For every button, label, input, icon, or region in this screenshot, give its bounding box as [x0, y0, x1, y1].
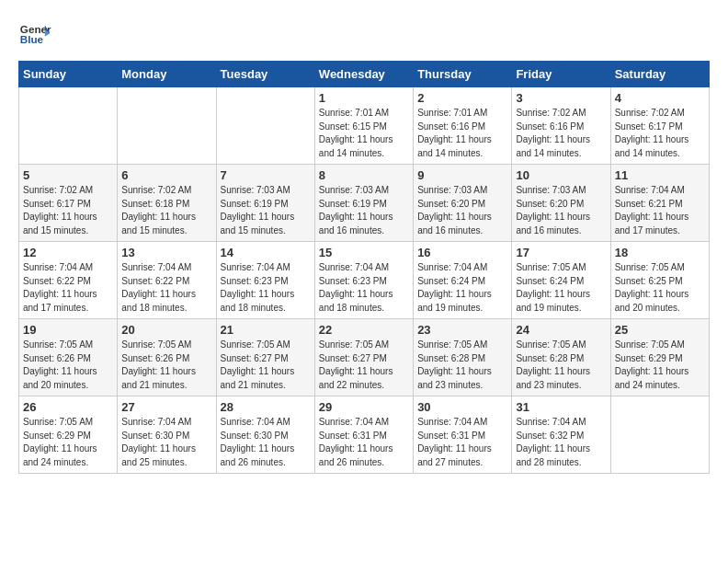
weekday-header: Wednesday — [314, 62, 413, 87]
calendar-cell: 18Sunrise: 7:05 AM Sunset: 6:25 PM Dayli… — [610, 242, 709, 319]
day-number: 14 — [221, 246, 311, 259]
day-info: Sunrise: 7:05 AM Sunset: 6:24 PM Dayligh… — [516, 261, 606, 315]
day-number: 27 — [121, 400, 211, 414]
calendar-cell — [216, 87, 314, 165]
calendar-cell: 5Sunrise: 7:02 AM Sunset: 6:17 PM Daylig… — [19, 165, 118, 242]
calendar-cell: 21Sunrise: 7:05 AM Sunset: 6:27 PM Dayli… — [216, 319, 314, 396]
weekday-header-row: SundayMondayTuesdayWednesdayThursdayFrid… — [19, 62, 710, 87]
calendar-cell: 6Sunrise: 7:02 AM Sunset: 6:18 PM Daylig… — [118, 165, 216, 242]
day-number: 28 — [221, 400, 311, 414]
day-number: 30 — [417, 400, 507, 414]
day-info: Sunrise: 7:05 AM Sunset: 6:27 PM Dayligh… — [221, 339, 311, 392]
day-info: Sunrise: 7:04 AM Sunset: 6:23 PM Dayligh… — [221, 261, 311, 315]
day-number: 6 — [121, 168, 211, 182]
day-info: Sunrise: 7:04 AM Sunset: 6:31 PM Dayligh… — [319, 416, 409, 469]
day-info: Sunrise: 7:02 AM Sunset: 6:16 PM Dayligh… — [516, 107, 606, 160]
day-number: 10 — [516, 168, 606, 182]
weekday-header: Sunday — [19, 62, 118, 87]
day-number: 22 — [319, 323, 409, 337]
calendar-cell: 2Sunrise: 7:01 AM Sunset: 6:16 PM Daylig… — [414, 87, 512, 165]
day-number: 29 — [319, 400, 409, 414]
calendar-cell: 10Sunrise: 7:03 AM Sunset: 6:20 PM Dayli… — [512, 165, 610, 242]
day-info: Sunrise: 7:04 AM Sunset: 6:21 PM Dayligh… — [615, 184, 705, 237]
day-info: Sunrise: 7:03 AM Sunset: 6:19 PM Dayligh… — [221, 184, 311, 237]
day-number: 7 — [221, 168, 311, 182]
calendar-cell: 4Sunrise: 7:02 AM Sunset: 6:17 PM Daylig… — [610, 87, 709, 165]
day-info: Sunrise: 7:05 AM Sunset: 6:25 PM Dayligh… — [615, 261, 705, 315]
calendar-week-row: 19Sunrise: 7:05 AM Sunset: 6:26 PM Dayli… — [19, 319, 710, 396]
calendar-week-row: 1Sunrise: 7:01 AM Sunset: 6:15 PM Daylig… — [19, 87, 710, 165]
day-number: 24 — [516, 323, 606, 337]
day-number: 18 — [615, 246, 705, 259]
day-number: 23 — [417, 323, 507, 337]
day-info: Sunrise: 7:04 AM Sunset: 6:30 PM Dayligh… — [221, 416, 311, 469]
calendar-cell: 20Sunrise: 7:05 AM Sunset: 6:26 PM Dayli… — [118, 319, 216, 396]
day-number: 26 — [23, 400, 113, 414]
weekday-header: Tuesday — [216, 62, 314, 87]
calendar-cell: 19Sunrise: 7:05 AM Sunset: 6:26 PM Dayli… — [19, 319, 118, 396]
day-info: Sunrise: 7:02 AM Sunset: 6:18 PM Dayligh… — [121, 184, 211, 237]
day-number: 13 — [121, 246, 211, 259]
weekday-header: Friday — [512, 62, 610, 87]
day-info: Sunrise: 7:05 AM Sunset: 6:29 PM Dayligh… — [23, 416, 113, 469]
day-number: 12 — [23, 246, 113, 259]
day-number: 19 — [23, 323, 113, 337]
calendar-cell: 16Sunrise: 7:04 AM Sunset: 6:24 PM Dayli… — [414, 242, 512, 319]
day-info: Sunrise: 7:03 AM Sunset: 6:20 PM Dayligh… — [417, 184, 507, 237]
calendar-cell: 29Sunrise: 7:04 AM Sunset: 6:31 PM Dayli… — [314, 396, 413, 474]
day-info: Sunrise: 7:01 AM Sunset: 6:15 PM Dayligh… — [319, 107, 409, 160]
calendar-cell: 11Sunrise: 7:04 AM Sunset: 6:21 PM Dayli… — [610, 165, 709, 242]
calendar-cell: 7Sunrise: 7:03 AM Sunset: 6:19 PM Daylig… — [216, 165, 314, 242]
day-info: Sunrise: 7:05 AM Sunset: 6:27 PM Dayligh… — [319, 339, 409, 392]
day-number: 11 — [615, 168, 705, 182]
day-number: 15 — [319, 246, 409, 259]
calendar-cell — [610, 396, 709, 474]
day-info: Sunrise: 7:03 AM Sunset: 6:20 PM Dayligh… — [516, 184, 606, 237]
calendar-cell: 17Sunrise: 7:05 AM Sunset: 6:24 PM Dayli… — [512, 242, 610, 319]
calendar-week-row: 5Sunrise: 7:02 AM Sunset: 6:17 PM Daylig… — [19, 165, 710, 242]
day-number: 17 — [516, 246, 606, 259]
calendar-cell: 27Sunrise: 7:04 AM Sunset: 6:30 PM Dayli… — [118, 396, 216, 474]
day-info: Sunrise: 7:05 AM Sunset: 6:28 PM Dayligh… — [516, 339, 606, 392]
weekday-header: Saturday — [610, 62, 709, 87]
day-number: 21 — [221, 323, 311, 337]
calendar-cell: 14Sunrise: 7:04 AM Sunset: 6:23 PM Dayli… — [216, 242, 314, 319]
calendar-cell: 1Sunrise: 7:01 AM Sunset: 6:15 PM Daylig… — [314, 87, 413, 165]
calendar-cell: 30Sunrise: 7:04 AM Sunset: 6:31 PM Dayli… — [414, 396, 512, 474]
calendar-table: SundayMondayTuesdayWednesdayThursdayFrid… — [18, 61, 710, 474]
calendar-cell: 25Sunrise: 7:05 AM Sunset: 6:29 PM Dayli… — [610, 319, 709, 396]
calendar-cell: 22Sunrise: 7:05 AM Sunset: 6:27 PM Dayli… — [314, 319, 413, 396]
day-info: Sunrise: 7:03 AM Sunset: 6:19 PM Dayligh… — [319, 184, 409, 237]
calendar-week-row: 12Sunrise: 7:04 AM Sunset: 6:22 PM Dayli… — [19, 242, 710, 319]
day-info: Sunrise: 7:01 AM Sunset: 6:16 PM Dayligh… — [417, 107, 507, 160]
day-number: 20 — [121, 323, 211, 337]
calendar-cell: 15Sunrise: 7:04 AM Sunset: 6:23 PM Dayli… — [314, 242, 413, 319]
day-info: Sunrise: 7:02 AM Sunset: 6:17 PM Dayligh… — [615, 107, 705, 160]
day-number: 31 — [516, 400, 606, 414]
weekday-header: Monday — [118, 62, 216, 87]
day-number: 1 — [319, 91, 409, 105]
day-number: 5 — [23, 168, 113, 182]
day-info: Sunrise: 7:04 AM Sunset: 6:30 PM Dayligh… — [121, 416, 211, 469]
calendar-cell: 24Sunrise: 7:05 AM Sunset: 6:28 PM Dayli… — [512, 319, 610, 396]
calendar-cell: 8Sunrise: 7:03 AM Sunset: 6:19 PM Daylig… — [314, 165, 413, 242]
calendar-cell: 9Sunrise: 7:03 AM Sunset: 6:20 PM Daylig… — [414, 165, 512, 242]
day-info: Sunrise: 7:04 AM Sunset: 6:22 PM Dayligh… — [23, 261, 113, 315]
calendar-cell — [118, 87, 216, 165]
calendar-cell: 26Sunrise: 7:05 AM Sunset: 6:29 PM Dayli… — [19, 396, 118, 474]
calendar-cell: 28Sunrise: 7:04 AM Sunset: 6:30 PM Dayli… — [216, 396, 314, 474]
day-info: Sunrise: 7:05 AM Sunset: 6:28 PM Dayligh… — [417, 339, 507, 392]
calendar-cell — [19, 87, 118, 165]
calendar-cell: 12Sunrise: 7:04 AM Sunset: 6:22 PM Dayli… — [19, 242, 118, 319]
day-info: Sunrise: 7:05 AM Sunset: 6:26 PM Dayligh… — [121, 339, 211, 392]
svg-text:Blue: Blue — [20, 33, 44, 45]
day-number: 8 — [319, 168, 409, 182]
day-number: 9 — [417, 168, 507, 182]
calendar-week-row: 26Sunrise: 7:05 AM Sunset: 6:29 PM Dayli… — [19, 396, 710, 474]
calendar-cell: 13Sunrise: 7:04 AM Sunset: 6:22 PM Dayli… — [118, 242, 216, 319]
calendar-cell: 23Sunrise: 7:05 AM Sunset: 6:28 PM Dayli… — [414, 319, 512, 396]
day-info: Sunrise: 7:05 AM Sunset: 6:29 PM Dayligh… — [615, 339, 705, 392]
day-number: 25 — [615, 323, 705, 337]
page-header: General Blue — [18, 18, 710, 52]
day-info: Sunrise: 7:05 AM Sunset: 6:26 PM Dayligh… — [23, 339, 113, 392]
